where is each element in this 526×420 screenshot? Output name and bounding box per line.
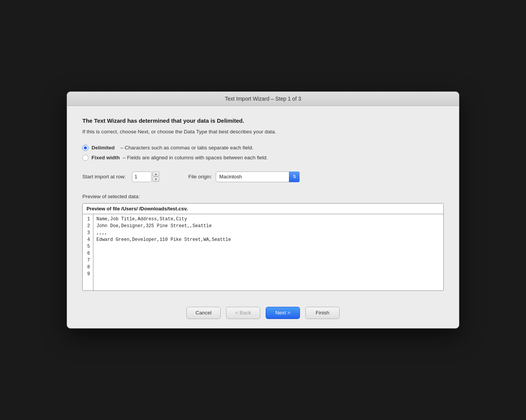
radio-delimited[interactable]: Delimited – Characters such as commas or… [82, 145, 444, 151]
line-numbers: 1 2 3 4 5 6 7 8 9 [83, 214, 93, 290]
radio-fixed-width[interactable]: Fixed width – Fields are aligned in colu… [82, 155, 444, 161]
line-num-9: 9 [84, 271, 91, 277]
preview-line-4: Edward Green,Developer,110 Pike Street,W… [96, 236, 440, 243]
dialog-window: Text Import Wizard – Step 1 of 3 The Tex… [67, 91, 459, 329]
line-num-4: 4 [84, 236, 91, 243]
preview-label: Preview of selected data: [82, 194, 444, 199]
next-button[interactable]: Next > [266, 307, 300, 319]
row-spinner: ▲ ▼ [152, 172, 159, 182]
row-spinner-down[interactable]: ▼ [152, 177, 159, 182]
line-num-5: 5 [84, 243, 91, 250]
line-num-2: 2 [84, 223, 91, 229]
preview-lines: Name,Job Title,Address,State,City John D… [93, 214, 443, 290]
main-heading: The Text Wizard has determined that your… [82, 117, 444, 124]
preview-data: 1 2 3 4 5 6 7 8 9 Name,Job Title,Address… [83, 214, 443, 290]
preview-line-2: John Doe,Designer,325 Pine Street,,Seatt… [96, 223, 440, 229]
preview-line-9 [96, 271, 440, 277]
line-num-7: 7 [84, 257, 91, 264]
preview-line-8 [96, 264, 440, 271]
import-row-label: Start import at row: [82, 174, 126, 180]
file-origin-select-wrap: Macintosh Windows DOS Unicode ⇅ [216, 172, 300, 182]
dialog-title: Text Import Wizard – Step 1 of 3 [225, 96, 301, 102]
start-row-input[interactable] [132, 172, 152, 182]
file-origin-wrap: File origin: Macintosh Windows DOS Unico… [188, 172, 300, 182]
preview-line-3: ,,,, [96, 229, 440, 236]
preview-header: Preview of file /Users/ /Downloads/test.… [83, 204, 443, 214]
preview-box: Preview of file /Users/ /Downloads/test.… [82, 203, 444, 291]
radio-fixed-width-desc: – Fields are aligned in columns with spa… [121, 155, 268, 160]
preview-line-6 [96, 250, 440, 257]
radio-delimited-input[interactable] [82, 145, 88, 151]
line-num-1: 1 [84, 216, 91, 223]
line-num-3: 3 [84, 229, 91, 236]
import-options-row: Start import at row: ▲ ▼ File origin: Ma… [82, 172, 444, 182]
preview-line-1: Name,Job Title,Address,State,City [96, 216, 440, 223]
radio-fixed-width-label: Fixed width [91, 155, 120, 160]
dialog-content: The Text Wizard has determined that your… [67, 106, 459, 300]
row-spinner-up[interactable]: ▲ [152, 172, 159, 176]
dialog-footer: Cancel < Back Next > Finish [67, 300, 459, 328]
cancel-button[interactable]: Cancel [186, 307, 221, 319]
title-bar: Text Import Wizard – Step 1 of 3 [67, 92, 459, 106]
preview-line-5 [96, 243, 440, 250]
radio-group: Delimited – Characters such as commas or… [82, 145, 444, 161]
file-origin-label: File origin: [188, 174, 212, 180]
line-num-8: 8 [84, 264, 91, 271]
line-num-6: 6 [84, 250, 91, 257]
radio-delimited-label: Delimited [91, 145, 115, 151]
file-origin-select[interactable]: Macintosh Windows DOS Unicode [216, 172, 300, 182]
preview-line-7 [96, 257, 440, 264]
radio-delimited-desc: – Characters such as commas or tabs sepa… [116, 145, 253, 151]
back-button[interactable]: < Back [226, 307, 260, 319]
sub-text: If this is correct, choose Next, or choo… [82, 128, 444, 136]
radio-fixed-width-input[interactable] [82, 155, 88, 161]
row-input-wrap: ▲ ▼ [132, 172, 159, 182]
finish-button[interactable]: Finish [305, 307, 340, 319]
